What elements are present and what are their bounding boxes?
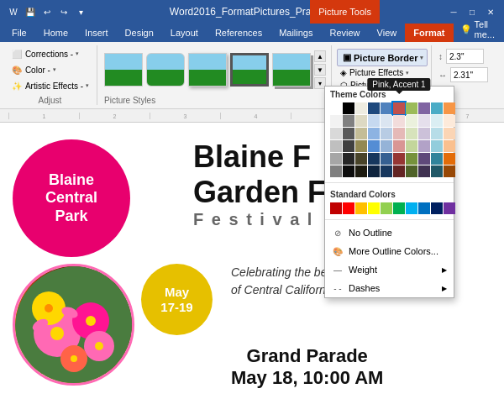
theme-color-swatch[interactable] [343, 165, 354, 177]
theme-color-swatch[interactable] [343, 115, 354, 127]
tab-mailings[interactable]: Mailings [270, 24, 321, 42]
standard-color-swatch[interactable] [368, 202, 380, 214]
theme-color-swatch[interactable] [381, 115, 392, 127]
styles-prev-button[interactable]: ▲ [314, 50, 326, 62]
theme-color-swatch[interactable] [393, 153, 405, 165]
theme-color-swatch[interactable] [368, 140, 380, 152]
theme-color-swatch[interactable] [368, 153, 380, 165]
theme-color-swatch[interactable] [431, 165, 443, 177]
picture-border-button[interactable]: ▣ Picture Border ▾ [337, 49, 428, 66]
theme-color-swatch[interactable] [355, 140, 367, 152]
theme-color-swatch[interactable] [393, 115, 405, 127]
theme-color-swatch[interactable] [444, 153, 455, 165]
theme-color-swatch[interactable] [418, 165, 430, 177]
theme-color-swatch[interactable] [330, 140, 342, 152]
theme-color-swatch[interactable] [355, 128, 367, 139]
theme-color-swatch[interactable] [393, 128, 405, 139]
more-colors-item[interactable]: 🎨 More Outline Colors... [325, 242, 454, 260]
style-thumb-4[interactable] [230, 53, 269, 87]
standard-color-swatch[interactable] [418, 202, 430, 214]
theme-color-swatch[interactable] [381, 128, 392, 139]
theme-color-swatch[interactable] [330, 102, 342, 114]
no-outline-item[interactable]: ⊘ No Outline [325, 223, 454, 242]
height-input[interactable] [446, 49, 484, 64]
theme-color-swatch[interactable] [330, 153, 342, 165]
standard-color-swatch[interactable] [355, 202, 367, 214]
theme-color-swatch[interactable] [368, 128, 380, 139]
theme-color-swatch[interactable] [418, 115, 430, 127]
theme-color-swatch[interactable] [406, 102, 417, 114]
redo-icon[interactable]: ↪ [57, 5, 71, 18]
theme-color-swatch[interactable] [406, 140, 417, 152]
theme-color-swatch[interactable] [406, 128, 417, 139]
style-thumb-3[interactable] [188, 53, 227, 87]
tab-review[interactable]: Review [322, 24, 369, 42]
theme-color-swatch[interactable] [355, 153, 367, 165]
style-thumb-2[interactable] [146, 53, 185, 87]
flower-image[interactable] [13, 264, 134, 386]
standard-color-swatch[interactable] [381, 202, 392, 214]
weight-item[interactable]: — Weight ▶ [325, 260, 454, 279]
theme-color-swatch[interactable] [330, 115, 342, 127]
width-input[interactable] [450, 67, 488, 82]
tab-home[interactable]: Home [35, 24, 76, 42]
corrections-button[interactable]: ⬜ Corrections - ▾ [8, 46, 92, 61]
theme-color-swatch[interactable] [406, 165, 417, 177]
theme-color-swatch[interactable] [368, 102, 380, 114]
theme-color-swatch[interactable] [418, 102, 430, 114]
artistic-effects-button[interactable]: ✨ Artistic Effects - ▾ [8, 78, 92, 93]
theme-color-swatch[interactable] [418, 140, 430, 152]
theme-color-swatch[interactable] [406, 115, 417, 127]
tab-layout[interactable]: Layout [162, 24, 207, 42]
theme-color-swatch[interactable] [355, 165, 367, 177]
theme-color-swatch[interactable] [381, 140, 392, 152]
theme-color-swatch[interactable] [393, 140, 405, 152]
theme-color-swatch[interactable] [431, 102, 443, 114]
theme-color-swatch[interactable] [330, 128, 342, 139]
tab-references[interactable]: References [207, 24, 270, 42]
theme-color-swatch[interactable] [381, 153, 392, 165]
save-icon[interactable]: 💾 [24, 5, 37, 18]
tab-file[interactable]: File [3, 24, 35, 42]
theme-color-swatch[interactable]: Pink, Accent 1 [393, 102, 405, 114]
dashes-item[interactable]: - - Dashes ▶ [325, 279, 454, 297]
tab-view[interactable]: View [369, 24, 406, 42]
standard-color-swatch[interactable] [406, 202, 417, 214]
theme-color-swatch[interactable] [393, 165, 405, 177]
tab-format[interactable]: Format [405, 24, 453, 42]
yellow-circle[interactable]: May17-19 [141, 264, 213, 335]
theme-color-swatch[interactable] [343, 102, 354, 114]
theme-color-swatch[interactable] [330, 165, 342, 177]
theme-color-swatch[interactable] [406, 153, 417, 165]
standard-color-swatch[interactable] [444, 202, 455, 214]
theme-color-swatch[interactable] [343, 153, 354, 165]
customize-icon[interactable]: ▾ [74, 5, 87, 18]
color-button[interactable]: 🎨 Color - ▾ [8, 62, 92, 77]
style-thumb-1[interactable] [104, 53, 143, 87]
standard-color-swatch[interactable] [330, 202, 342, 214]
theme-color-swatch[interactable] [444, 115, 455, 127]
theme-color-swatch[interactable] [444, 165, 455, 177]
theme-color-swatch[interactable] [368, 165, 380, 177]
theme-color-swatch[interactable] [355, 102, 367, 114]
standard-color-swatch[interactable] [431, 202, 443, 214]
theme-color-swatch[interactable] [444, 102, 455, 114]
theme-color-swatch[interactable] [343, 140, 354, 152]
theme-color-swatch[interactable] [444, 140, 455, 152]
tab-insert[interactable]: Insert [76, 24, 117, 42]
theme-color-swatch[interactable] [431, 140, 443, 152]
theme-color-swatch[interactable] [431, 115, 443, 127]
standard-color-swatch[interactable] [343, 202, 354, 214]
theme-color-swatch[interactable] [444, 128, 455, 139]
theme-color-swatch[interactable] [381, 102, 392, 114]
theme-color-swatch[interactable] [431, 153, 443, 165]
tell-me-box[interactable]: 💡 Tell me... [454, 17, 501, 42]
pink-circle[interactable]: BlaineCentralPark [13, 139, 130, 257]
standard-color-swatch[interactable] [393, 202, 405, 214]
theme-color-swatch[interactable] [343, 128, 354, 139]
tab-design[interactable]: Design [117, 24, 162, 42]
undo-icon[interactable]: ↩ [40, 5, 54, 18]
styles-next-button[interactable]: ▼ [314, 64, 326, 76]
theme-color-swatch[interactable] [418, 153, 430, 165]
theme-color-swatch[interactable] [418, 128, 430, 139]
